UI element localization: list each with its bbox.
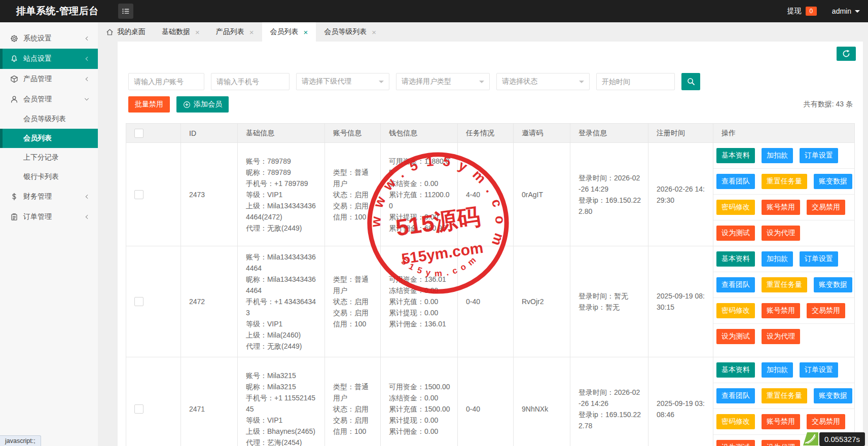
filter-account-input[interactable] bbox=[128, 73, 204, 90]
select-placeholder: 请选择状态 bbox=[502, 77, 537, 86]
field-line: 累计佣金：136.01 bbox=[389, 318, 450, 329]
tab-product-list[interactable]: 产品列表× bbox=[208, 22, 262, 42]
debug-toolbar[interactable]: 0.055327s bbox=[801, 432, 865, 446]
reset-tasks-button[interactable]: 重置任务量 bbox=[762, 174, 807, 189]
change-password-button[interactable]: 密码修改 bbox=[716, 200, 755, 215]
basic-profile-button[interactable]: 基本资料 bbox=[716, 251, 755, 267]
view-team-button[interactable]: 查看团队 bbox=[716, 388, 755, 403]
field-line: 累计充值：11200.00 bbox=[389, 189, 450, 211]
sidebar-item-bank-card-list[interactable]: 银行卡列表 bbox=[0, 167, 98, 187]
sidebar-item-member-list[interactable]: 会员列表 bbox=[0, 129, 98, 148]
filter-phone-input[interactable] bbox=[211, 73, 290, 90]
field-line: 上级：Bhaynes(2465) bbox=[246, 426, 317, 437]
select-all-checkbox[interactable] bbox=[134, 129, 143, 138]
row-checkbox[interactable] bbox=[134, 404, 143, 414]
field-line: 类型：普通用户 bbox=[333, 274, 373, 296]
filter-status-select[interactable]: 请选择状态 bbox=[496, 73, 590, 90]
set-agent-button[interactable]: 设为代理 bbox=[762, 440, 800, 446]
add-deduct-button[interactable]: 加扣款 bbox=[762, 251, 793, 267]
sidebar-item-finance-mgmt[interactable]: 财务管理 bbox=[0, 187, 98, 207]
disable-account-button[interactable]: 账号禁用 bbox=[762, 414, 800, 429]
field-line: 信用：100 bbox=[333, 318, 373, 329]
cell-id: 2471 bbox=[181, 357, 238, 446]
tab-basic-data[interactable]: 基础数据× bbox=[154, 22, 208, 42]
field-line: 累计提现：0.00 bbox=[389, 307, 450, 318]
add-deduct-button[interactable]: 加扣款 bbox=[762, 148, 793, 163]
sidebar-item-system-settings[interactable]: 系统设置 bbox=[0, 28, 98, 49]
field-line: 类型：普通用户 bbox=[333, 167, 373, 189]
sidebar-item-product-mgmt[interactable]: 产品管理 bbox=[0, 69, 98, 89]
search-icon bbox=[686, 77, 696, 86]
disable-trading-button[interactable]: 交易禁用 bbox=[807, 303, 845, 318]
sidebar-item-updown-records[interactable]: 上下分记录 bbox=[0, 148, 98, 167]
balance-changes-button[interactable]: 账变数据 bbox=[814, 277, 852, 292]
order-settings-button[interactable]: 订单设置 bbox=[800, 362, 838, 378]
row-checkbox[interactable] bbox=[134, 190, 143, 199]
cell-account-info: 类型：普通用户状态：启用交易：启用信用：100 bbox=[325, 357, 381, 446]
filter-usertype-select[interactable]: 请选择用户类型 bbox=[396, 73, 490, 90]
change-password-button[interactable]: 密码修改 bbox=[716, 414, 755, 429]
tab-member-level-list[interactable]: 会员等级列表× bbox=[316, 22, 384, 42]
cell-basic-info: 账号：789789昵称：789789手机号：+1 789789等级：VIP1上级… bbox=[238, 143, 325, 246]
field-line: 状态：启用 bbox=[333, 189, 373, 200]
batch-disable-button[interactable]: 批量禁用 bbox=[128, 96, 170, 113]
basic-profile-button[interactable]: 基本资料 bbox=[716, 148, 755, 163]
close-icon[interactable]: × bbox=[372, 28, 376, 36]
sidebar-item-member-level-list[interactable]: 会员等级列表 bbox=[0, 109, 98, 129]
chevron-left-icon bbox=[84, 214, 90, 220]
disable-account-button[interactable]: 账号禁用 bbox=[762, 303, 800, 318]
tab-my-desktop[interactable]: 我的桌面 bbox=[98, 22, 154, 42]
view-team-button[interactable]: 查看团队 bbox=[716, 277, 755, 292]
view-team-button[interactable]: 查看团队 bbox=[716, 174, 755, 189]
cell-register-time: 2026-02-26 14:29:30 bbox=[648, 143, 713, 246]
field-line: 交易：启用 bbox=[333, 200, 373, 211]
basic-profile-button[interactable]: 基本资料 bbox=[716, 362, 755, 378]
sidebar-item-site-settings[interactable]: 站点设置 bbox=[0, 49, 98, 69]
column-header: 操作 bbox=[713, 124, 855, 143]
disable-trading-button[interactable]: 交易禁用 bbox=[807, 200, 845, 215]
reset-tasks-button[interactable]: 重置任务量 bbox=[762, 277, 807, 292]
field-line: 状态：启用 bbox=[333, 403, 373, 415]
reset-tasks-button[interactable]: 重置任务量 bbox=[762, 388, 807, 403]
balance-changes-button[interactable]: 账变数据 bbox=[814, 388, 852, 403]
disable-trading-button[interactable]: 交易禁用 bbox=[807, 414, 845, 429]
select-placeholder: 请选择用户类型 bbox=[402, 77, 451, 86]
close-icon[interactable]: × bbox=[249, 28, 254, 36]
order-settings-button[interactable]: 订单设置 bbox=[800, 251, 838, 267]
filter-agent-select[interactable]: 请选择下级代理 bbox=[296, 73, 389, 90]
user-icon bbox=[10, 95, 18, 103]
refresh-button[interactable] bbox=[837, 47, 856, 61]
withdraw-count-badge[interactable]: 0 bbox=[806, 7, 817, 16]
sidebar-item-order-mgmt[interactable]: 订单管理 bbox=[0, 207, 98, 227]
cell-register-time: 2025-09-19 03:08:46 bbox=[648, 357, 713, 446]
add-member-button[interactable]: 添加会员 bbox=[176, 96, 229, 113]
field-line: 上级：Mila1343434364464(2472) bbox=[246, 200, 317, 222]
tab-member-list[interactable]: 会员列表× bbox=[262, 22, 316, 42]
cell-login-info: 登录时间：2026-02-26 14:26登录ip：169.150.222.78 bbox=[570, 357, 648, 446]
sidebar-item-member-mgmt[interactable]: 会员管理 bbox=[0, 89, 98, 109]
set-agent-button[interactable]: 设为代理 bbox=[762, 329, 800, 344]
change-password-button[interactable]: 密码修改 bbox=[716, 303, 755, 318]
set-test-button[interactable]: 设为测试 bbox=[716, 226, 755, 241]
order-settings-button[interactable]: 订单设置 bbox=[800, 148, 838, 163]
column-header: 任务情况 bbox=[458, 124, 514, 143]
user-menu[interactable]: admin bbox=[832, 7, 860, 15]
search-button[interactable] bbox=[681, 73, 700, 90]
set-test-button[interactable]: 设为测试 bbox=[716, 329, 755, 344]
set-agent-button[interactable]: 设为代理 bbox=[762, 226, 800, 241]
sidebar-subitem-label: 上下分记录 bbox=[23, 153, 59, 162]
tab-label: 会员列表 bbox=[270, 27, 299, 36]
set-test-button[interactable]: 设为测试 bbox=[716, 440, 755, 446]
filter-start-time[interactable] bbox=[596, 73, 675, 90]
disable-account-button[interactable]: 账号禁用 bbox=[762, 200, 800, 215]
row-checkbox[interactable] bbox=[134, 297, 143, 306]
withdraw-link[interactable]: 提现 bbox=[787, 7, 802, 16]
hamburger-menu-button[interactable] bbox=[118, 4, 133, 19]
field-line: 可用资金：1500.00 bbox=[389, 381, 450, 392]
sidebar-subitem-label: 会员列表 bbox=[23, 134, 52, 143]
field-line: 账号：Mila1343434364464 bbox=[246, 251, 317, 274]
close-icon[interactable]: × bbox=[304, 28, 308, 36]
balance-changes-button[interactable]: 账变数据 bbox=[814, 174, 852, 189]
close-icon[interactable]: × bbox=[195, 28, 200, 36]
add-deduct-button[interactable]: 加扣款 bbox=[762, 362, 793, 378]
